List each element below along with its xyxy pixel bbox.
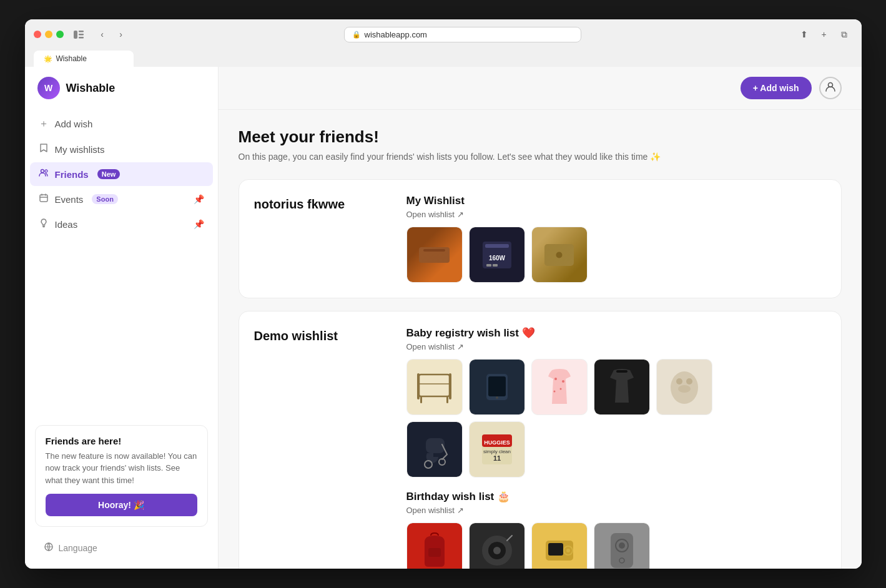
friends-card-text: The new feature is now available! You ca… [46,450,197,487]
wishlist-block-birthday: Birthday wish list 🎂 Open wishlist ↗ [406,490,826,569]
address-bar-wrap: 🔒 wishableapp.com [136,27,789,42]
tabs-button[interactable]: ⧉ [835,26,853,43]
friend-name-2: Demo wishlist [254,329,338,343]
product-item[interactable] [594,522,650,569]
product-image-toy [657,360,712,414]
svg-point-29 [554,378,557,380]
product-item[interactable] [406,227,463,283]
svg-text:11: 11 [493,454,500,462]
new-tab-button[interactable]: + [815,26,833,43]
nav-arrows: ‹ › [94,26,130,43]
main-header: + Add wish [219,67,862,110]
address-bar[interactable]: 🔒 wishableapp.com [344,27,581,42]
svg-point-32 [553,391,555,393]
product-image-wallet2 [532,227,587,282]
product-item[interactable] [406,421,463,478]
friend-card-demo: Demo wishlist Baby registry wish list ❤️… [239,311,842,569]
sidebar-item-ideas[interactable]: Ideas 📌 [30,212,213,236]
app-layout: W Wishable ＋ Add wish My wishlists [25,67,862,569]
svg-point-28 [496,396,498,399]
pin-events-icon: 📌 [194,194,204,204]
browser-top: ‹ › 🔒 wishableapp.com ⬆ + ⧉ [34,26,853,43]
sidebar-item-friends[interactable]: Friends New [30,162,213,186]
svg-text:160W: 160W [488,255,505,262]
svg-rect-11 [423,249,445,252]
svg-point-35 [676,378,682,385]
wishlist-block-my: My Wishlist Open wishlist ↗ [406,195,826,283]
close-button[interactable] [34,31,41,38]
lightbulb-icon [39,218,49,230]
svg-text:HUGGIES: HUGGIES [484,439,510,446]
language-button[interactable]: Language [35,537,208,559]
svg-point-39 [425,461,432,468]
svg-point-31 [559,388,561,390]
external-link-icon: ↗ [457,342,464,351]
product-item[interactable] [406,359,463,415]
friend-lists-1: My Wishlist Open wishlist ↗ [406,195,826,283]
product-image-crib [407,360,462,414]
product-item[interactable] [531,359,588,415]
language-label: Language [59,543,97,553]
add-wish-button[interactable]: + Add wish [741,77,812,99]
bookmark-icon [39,143,49,155]
svg-text:simply clean: simply clean [483,449,510,454]
friend-lists-2: Baby registry wish list ❤️ Open wishlist… [406,326,826,569]
hooray-button[interactable]: Hooray! 🎉 [46,494,197,516]
sidebar-toggle-icon[interactable] [70,26,87,43]
friend-name-col-1: notorius fkwwe [254,195,391,283]
product-item[interactable] [656,359,712,415]
product-grid-birthday [406,522,826,569]
plus-icon: ＋ [39,117,49,130]
svg-rect-24 [420,396,422,403]
product-item[interactable] [594,359,650,415]
product-item[interactable] [406,522,463,569]
sidebar-item-events[interactable]: Events Soon 📌 [30,187,213,211]
product-item[interactable] [469,522,525,569]
friends-promo-card: Friends are here! The new feature is now… [35,425,208,527]
share-button[interactable]: ⬆ [795,26,813,43]
open-wishlist-link-1[interactable]: Open wishlist ↗ [406,210,826,219]
open-wishlist-link-birthday[interactable]: Open wishlist ↗ [406,506,826,515]
url-text: wishableapp.com [365,30,427,39]
friend-name-1: notorius fkwwe [254,197,345,212]
friends-icon [39,168,49,180]
open-wishlist-link-baby[interactable]: Open wishlist ↗ [406,342,826,351]
svg-rect-51 [548,543,563,556]
sidebar: W Wishable ＋ Add wish My wishlists [25,67,219,569]
svg-rect-23 [449,373,451,399]
profile-icon [825,81,836,96]
product-image-monitor [470,360,524,414]
svg-point-30 [562,380,564,383]
sidebar-item-my-wishlists[interactable]: My wishlists [30,137,213,161]
svg-point-37 [678,385,691,393]
product-item[interactable] [531,522,588,569]
product-image-outfit [594,360,649,414]
wishlist-title-baby: Baby registry wish list ❤️ [406,326,826,340]
maximize-button[interactable] [56,31,64,38]
profile-button[interactable] [819,77,842,99]
browser-tabs: 🌟 Wishable [34,51,853,67]
product-grid-1: 160W [406,227,826,283]
product-image-diapers: HUGGIESsimply clean11 [470,422,524,477]
svg-rect-0 [74,31,77,39]
back-button[interactable]: ‹ [94,26,111,43]
product-item[interactable]: HUGGIESsimply clean11 [469,421,525,478]
svg-point-4 [41,170,44,173]
product-item[interactable] [469,359,525,415]
product-image-gadget [532,523,587,569]
content-body: Meet your friends! On this page, you can… [219,110,862,569]
svg-rect-27 [488,376,506,396]
svg-point-19 [556,252,563,258]
product-image-charger: 160W [470,227,524,282]
product-item[interactable]: 160W [469,227,525,283]
active-tab[interactable]: 🌟 Wishable [34,51,134,67]
svg-point-5 [45,170,47,172]
forward-button[interactable]: › [112,26,130,43]
sidebar-logo: W Wishable [25,77,218,112]
product-item[interactable] [531,227,588,283]
language-icon [44,542,54,554]
minimize-button[interactable] [45,31,52,38]
wishlist-title-my: My Wishlist [406,195,826,207]
sidebar-item-add-wish[interactable]: ＋ Add wish [30,112,213,136]
svg-rect-3 [79,37,84,39]
